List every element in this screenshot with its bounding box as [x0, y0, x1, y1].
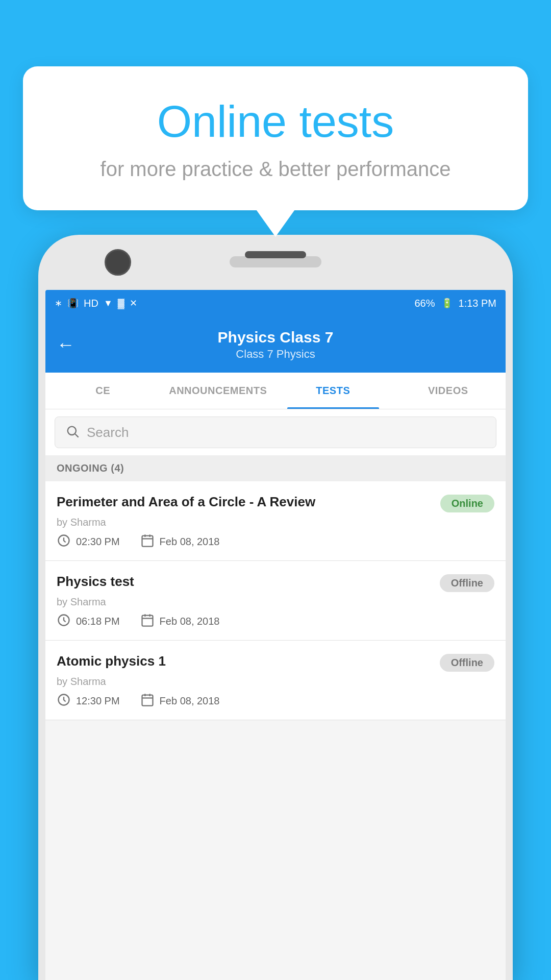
clock-icon [57, 533, 71, 550]
test-date: Feb 08, 2018 [140, 693, 220, 709]
tooltip-subtitle: for more practice & better performance [54, 156, 497, 182]
test-date: Feb 08, 2018 [140, 613, 220, 630]
test-item-header: Atomic physics 1 Offline [57, 653, 494, 672]
wifi-icon: ▼ [104, 298, 113, 309]
calendar-icon [140, 533, 155, 550]
svg-rect-3 [142, 536, 153, 547]
test-date: Feb 08, 2018 [140, 533, 220, 550]
test-author: by Sharma [57, 517, 494, 528]
test-title: Perimeter and Area of a Circle - A Revie… [57, 494, 440, 511]
svg-rect-8 [142, 616, 153, 626]
test-author: by Sharma [57, 596, 494, 608]
time-text: 1:13 PM [459, 298, 496, 309]
battery-icon: 🔋 [441, 298, 453, 309]
test-item[interactable]: Atomic physics 1 Offline by Sharma 12:30… [45, 641, 506, 720]
search-icon [65, 424, 80, 440]
calendar-icon [140, 693, 155, 709]
test-time: 12:30 PM [57, 693, 120, 709]
search-bar[interactable]: Search [55, 416, 496, 448]
back-button[interactable]: ← [57, 334, 75, 355]
status-badge: Offline [440, 574, 494, 592]
app-bar-subtitle: Class 7 Physics [236, 348, 315, 361]
signal-icon: ▓ [118, 298, 124, 309]
test-title: Atomic physics 1 [57, 653, 440, 670]
phone-frame: ∗ 📳 HD ▼ ▓ ✕ 66% 🔋 1:13 PM ← Physics Cla… [38, 235, 513, 980]
x-signal-icon: ✕ [130, 298, 137, 309]
phone-home-bar [245, 251, 306, 258]
phone-camera [105, 249, 131, 276]
status-badge: Online [440, 495, 494, 512]
test-meta: 02:30 PM Feb 08, 2018 [57, 533, 494, 550]
test-meta: 06:18 PM Feb 08, 2018 [57, 613, 494, 630]
svg-rect-13 [142, 695, 153, 706]
test-time: 06:18 PM [57, 613, 120, 630]
hd-label: HD [84, 298, 98, 309]
test-item-header: Perimeter and Area of a Circle - A Revie… [57, 494, 494, 512]
app-bar-title: Physics Class 7 [218, 328, 334, 347]
calendar-icon [140, 613, 155, 630]
search-placeholder: Search [87, 425, 129, 440]
phone-screen: ∗ 📳 HD ▼ ▓ ✕ 66% 🔋 1:13 PM ← Physics Cla… [45, 290, 506, 980]
vibrate-icon: 📳 [67, 298, 79, 309]
app-bar: ← Physics Class 7 Class 7 Physics [45, 316, 506, 373]
search-bar-container: Search [45, 409, 506, 455]
section-header: ONGOING (4) [45, 455, 506, 481]
tab-tests[interactable]: TESTS [276, 373, 391, 409]
clock-icon [57, 613, 71, 630]
test-item[interactable]: Physics test Offline by Sharma 06:18 PM [45, 561, 506, 641]
status-bar-left: ∗ 📳 HD ▼ ▓ ✕ [53, 298, 137, 309]
tab-announcements[interactable]: ANNOUNCEMENTS [161, 373, 276, 409]
test-item[interactable]: Perimeter and Area of a Circle - A Revie… [45, 481, 506, 561]
test-item-header: Physics test Offline [57, 573, 494, 592]
test-title: Physics test [57, 573, 440, 591]
tab-videos[interactable]: VIDEOS [391, 373, 506, 409]
status-badge: Offline [440, 654, 494, 672]
tooltip-title: Online tests [54, 97, 497, 146]
status-bar: ∗ 📳 HD ▼ ▓ ✕ 66% 🔋 1:13 PM [45, 290, 506, 316]
tooltip-card: Online tests for more practice & better … [23, 66, 528, 210]
bluetooth-icon: ∗ [55, 298, 62, 309]
svg-line-1 [75, 434, 78, 437]
test-meta: 12:30 PM Feb 08, 2018 [57, 693, 494, 709]
test-author: by Sharma [57, 676, 494, 688]
clock-icon [57, 693, 71, 709]
tab-ce[interactable]: CE [45, 373, 161, 409]
test-time: 02:30 PM [57, 533, 120, 550]
battery-text: 66% [414, 298, 435, 309]
tabs-container: CE ANNOUNCEMENTS TESTS VIDEOS [45, 373, 506, 409]
svg-point-0 [68, 427, 76, 435]
